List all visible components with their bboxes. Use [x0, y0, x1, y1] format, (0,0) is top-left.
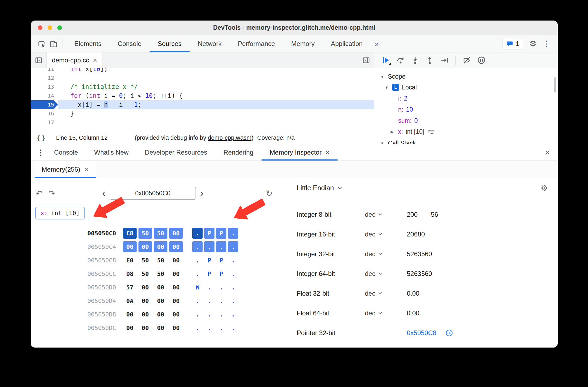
close-window-button[interactable] [38, 25, 42, 30]
ascii-char[interactable]: P [216, 255, 226, 266]
format-select[interactable]: dec [365, 231, 407, 238]
open-panel-icon[interactable] [358, 52, 374, 68]
hex-byte[interactable]: 00 [154, 309, 167, 320]
hex-byte[interactable]: 00 [154, 295, 167, 306]
deactivate-breakpoints-icon[interactable] [463, 56, 471, 64]
local-scope-row[interactable]: ▼ L Local [374, 82, 558, 93]
hex-byte[interactable]: 0A [123, 295, 137, 306]
hex-byte[interactable]: 00 [169, 282, 183, 293]
format-select[interactable]: dec [365, 270, 407, 278]
drawer-tab-console[interactable]: Console [46, 144, 86, 161]
drawer-tab-developer-resources[interactable]: Developer Resources [137, 144, 215, 161]
pretty-print-icon[interactable]: { } [37, 134, 45, 141]
ascii-char[interactable]: . [228, 309, 238, 320]
ascii-char[interactable]: P [216, 228, 226, 239]
scope-variable-i[interactable]: i:2 [374, 93, 558, 104]
minimize-window-button[interactable] [48, 25, 52, 30]
hex-byte[interactable]: 00 [169, 228, 183, 239]
previous-page-icon[interactable]: ‹ [101, 188, 107, 198]
collapse-triangle-icon[interactable]: ▼ [380, 141, 388, 144]
jump-to-address-icon[interactable] [445, 329, 453, 337]
interpreter-settings-gear-icon[interactable]: ⚙ [541, 183, 548, 193]
line-number[interactable]: 11 [31, 68, 58, 74]
tab-performance[interactable]: Performance [230, 35, 283, 52]
hex-byte[interactable]: 00 [123, 322, 137, 333]
ascii-char[interactable]: P [204, 268, 214, 279]
hex-byte[interactable]: 00 [138, 295, 152, 306]
line-number[interactable]: 13 [31, 82, 58, 91]
collapse-triangle-icon[interactable]: ▼ [380, 74, 388, 79]
ascii-char[interactable]: . [228, 282, 238, 293]
file-tab-close-icon[interactable]: × [93, 57, 97, 64]
format-select[interactable]: dec [365, 309, 407, 317]
hex-byte[interactable]: 00 [123, 309, 137, 320]
hex-byte[interactable]: C8 [123, 228, 137, 239]
endianness-select[interactable]: Little Endian [297, 184, 342, 192]
issues-button[interactable]: 1 [503, 38, 523, 49]
drawer-tab-memory-inspector[interactable]: Memory Inspector× [262, 144, 338, 161]
hex-byte[interactable]: 00 [169, 255, 183, 266]
redo-icon[interactable]: ↷ [45, 187, 58, 199]
drawer-tab-close-icon[interactable]: × [325, 149, 329, 156]
ascii-char[interactable]: . [216, 309, 226, 320]
step-over-icon[interactable] [397, 56, 405, 64]
call-stack-section-header[interactable]: ▼ Call Stack [374, 138, 558, 144]
more-tabs-chevron[interactable]: » [371, 39, 383, 48]
hex-byte[interactable]: 50 [138, 228, 152, 239]
ascii-char[interactable]: . [228, 228, 238, 239]
customize-menu-icon[interactable]: ⋮ [543, 39, 551, 48]
hex-byte[interactable]: E0 [123, 255, 137, 266]
scope-section-header[interactable]: ▼ Scope [374, 71, 558, 82]
ascii-char[interactable]: . [192, 268, 203, 279]
scope-variable-n[interactable]: n:10 [374, 104, 558, 115]
memory-tab-close-icon[interactable]: × [85, 166, 89, 173]
inspect-element-icon[interactable] [36, 38, 48, 50]
settings-gear-icon[interactable]: ⚙ [529, 39, 537, 48]
hex-byte[interactable]: 00 [154, 322, 167, 333]
hex-byte[interactable]: 00 [138, 241, 152, 252]
hex-byte[interactable]: 50 [138, 255, 152, 266]
hex-byte[interactable]: 00 [138, 309, 152, 320]
hex-byte[interactable]: 00 [169, 309, 183, 320]
line-number[interactable]: 12 [31, 74, 58, 82]
ascii-char[interactable]: . [192, 295, 203, 306]
format-select[interactable]: dec [365, 290, 407, 297]
ascii-char[interactable]: W [192, 282, 203, 293]
line-number[interactable]: 14 [31, 91, 58, 100]
file-tab-demo-cpp[interactable]: demo-cpp.cc × [47, 52, 103, 68]
ascii-char[interactable]: . [216, 322, 226, 333]
pause-on-exceptions-icon[interactable] [477, 56, 485, 64]
tab-sources[interactable]: Sources [150, 35, 190, 52]
ascii-char[interactable]: . [204, 241, 214, 252]
format-select[interactable]: dec [365, 211, 407, 218]
tab-application[interactable]: Application [323, 35, 371, 52]
ascii-char[interactable]: P [204, 255, 214, 266]
hex-byte[interactable]: 00 [169, 241, 183, 252]
hex-byte[interactable]: 00 [169, 322, 183, 333]
execution-line-number[interactable]: 15 [31, 100, 58, 109]
memory-tab[interactable]: Memory(256) × [35, 161, 96, 178]
ascii-char[interactable]: . [204, 322, 214, 333]
ascii-char[interactable]: . [228, 241, 238, 252]
ascii-char[interactable]: . [216, 295, 226, 306]
ascii-char[interactable]: . [204, 309, 214, 320]
hex-byte[interactable]: 50 [154, 255, 167, 266]
step-into-icon[interactable] [411, 56, 419, 64]
highlighted-memory-chip[interactable]: x: int [10] [35, 207, 85, 219]
ascii-char[interactable]: . [228, 295, 238, 306]
drawer-tab-rendering[interactable]: Rendering [215, 144, 262, 161]
ascii-char[interactable]: P [204, 228, 214, 239]
hex-byte[interactable]: 50 [138, 268, 152, 279]
ascii-char[interactable]: . [228, 255, 238, 266]
ascii-char[interactable]: P [216, 268, 226, 279]
ascii-char[interactable]: . [192, 322, 203, 333]
drawer-close-icon[interactable]: × [545, 147, 558, 158]
device-toolbar-icon[interactable] [48, 38, 60, 50]
hex-byte[interactable]: 00 [123, 241, 137, 252]
code-editor[interactable]: 11int x[10];1213/* initialize x */14for … [31, 68, 374, 131]
wasm-file-link[interactable]: demo-cpp.wasm [208, 134, 251, 141]
hex-byte[interactable]: 00 [138, 322, 152, 333]
format-select[interactable]: dec [365, 250, 407, 258]
step-out-icon[interactable] [426, 56, 434, 64]
ascii-char[interactable]: . [216, 282, 226, 293]
